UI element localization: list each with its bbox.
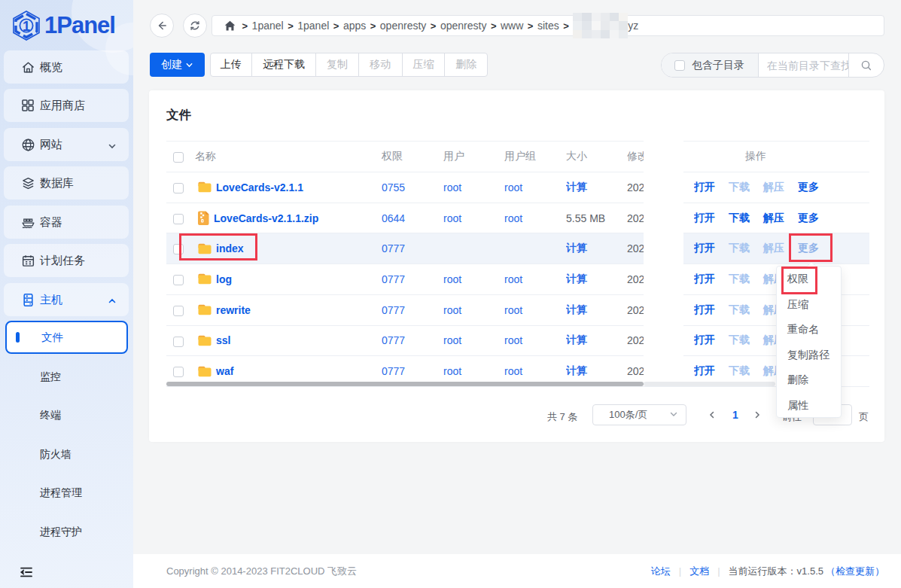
user-link[interactable]: root [443, 334, 461, 346]
remote-download-button[interactable]: 远程下载 [251, 53, 316, 76]
collapse-sidebar-icon[interactable] [19, 565, 34, 580]
permission-link[interactable]: 0644 [382, 212, 405, 224]
more-link-active[interactable]: 更多 [798, 242, 819, 255]
file-name-link[interactable]: index [216, 242, 244, 254]
sidebar-item-container[interactable]: 容器 [4, 206, 129, 239]
download-link[interactable]: 下载 [729, 303, 750, 317]
select-all-checkbox[interactable] [173, 152, 184, 163]
calculate-size-link[interactable]: 计算 [566, 334, 587, 346]
file-name-link[interactable]: waf [216, 365, 233, 377]
file-name-link[interactable]: LoveCards-v2.1.1 [216, 181, 303, 193]
page-number-current[interactable]: 1 [726, 407, 744, 423]
more-link[interactable]: 更多 [798, 181, 819, 194]
download-link[interactable]: 下载 [729, 273, 750, 286]
breadcrumb-item[interactable]: www [501, 20, 523, 32]
permission-link[interactable]: 0777 [382, 273, 405, 285]
calculate-size-link[interactable]: 计算 [566, 273, 587, 285]
row-checkbox[interactable] [173, 214, 184, 224]
group-link[interactable]: root [504, 304, 522, 316]
row-checkbox[interactable] [173, 367, 184, 377]
calculate-size-link[interactable]: 计算 [566, 181, 587, 193]
open-link[interactable]: 打开 [694, 212, 715, 225]
column-header-name[interactable]: 名称 [195, 142, 382, 172]
back-button[interactable] [150, 14, 174, 38]
file-name-link[interactable]: ssl [216, 334, 230, 346]
compress-button[interactable]: 压缩 [402, 53, 445, 76]
group-link[interactable]: root [504, 334, 522, 346]
user-link[interactable]: root [443, 212, 461, 224]
search-button[interactable] [848, 53, 884, 77]
menu-item-permission[interactable]: 权限 [777, 267, 841, 292]
permission-link[interactable]: 0777 [382, 334, 405, 346]
hscrollbar-thumb[interactable] [166, 382, 644, 386]
sidebar-item-appstore[interactable]: 应用商店 [4, 89, 129, 122]
open-link[interactable]: 打开 [694, 242, 715, 255]
brand-logo[interactable]: 1 1Panel [11, 10, 115, 41]
open-link[interactable]: 打开 [694, 364, 715, 378]
sidebar-item-process-guard[interactable]: 进程守护 [40, 526, 82, 538]
permission-link[interactable]: 0777 [382, 242, 405, 254]
row-checkbox[interactable] [173, 337, 184, 347]
menu-item-compress[interactable]: 压缩 [777, 292, 841, 318]
user-link[interactable]: root [443, 365, 461, 377]
row-checkbox[interactable] [173, 306, 184, 316]
user-link[interactable]: root [443, 273, 461, 285]
group-link[interactable]: root [504, 365, 522, 377]
file-name-link[interactable]: log [216, 273, 232, 285]
sidebar-item-monitor[interactable]: 监控 [40, 370, 61, 382]
user-link[interactable]: root [443, 181, 461, 193]
breadcrumb-item[interactable]: openresty [380, 20, 426, 32]
permission-link[interactable]: 0777 [382, 304, 405, 316]
move-button[interactable]: 移动 [358, 53, 402, 76]
download-link[interactable]: 下载 [729, 334, 750, 347]
sidebar-item-database[interactable]: 数据库 [4, 166, 129, 200]
group-link[interactable]: root [504, 273, 522, 285]
calculate-size-link[interactable]: 计算 [566, 303, 587, 315]
more-link[interactable]: 更多 [798, 212, 819, 225]
unzip-link[interactable]: 解压 [763, 181, 784, 194]
group-link[interactable]: root [504, 212, 522, 224]
include-subdir-option[interactable]: 包含子目录 [662, 53, 759, 77]
permission-link[interactable]: 0755 [382, 181, 405, 193]
calculate-size-link[interactable]: 计算 [566, 364, 587, 376]
upload-button[interactable]: 上传 [211, 53, 251, 76]
open-link[interactable]: 打开 [694, 181, 715, 194]
row-checkbox[interactable] [173, 183, 184, 193]
calculate-size-link[interactable]: 计算 [566, 242, 587, 254]
docs-link[interactable]: 文档 [689, 565, 709, 578]
breadcrumb-item[interactable]: openresty [440, 20, 486, 32]
sidebar-item-firewall[interactable]: 防火墙 [40, 448, 72, 460]
open-link[interactable]: 打开 [694, 334, 715, 347]
breadcrumb-item[interactable]: 1panel [297, 20, 329, 32]
copy-button[interactable]: 复制 [315, 53, 358, 76]
menu-item-copy-path[interactable]: 复制路径 [777, 343, 841, 368]
breadcrumb-item[interactable]: 1panel [252, 20, 284, 32]
menu-item-properties[interactable]: 属性 [777, 393, 841, 419]
next-page-button[interactable] [750, 407, 765, 423]
prev-page-button[interactable] [705, 407, 720, 423]
forum-link[interactable]: 论坛 [651, 565, 671, 578]
user-link[interactable]: root [443, 304, 461, 316]
refresh-button[interactable] [183, 14, 207, 38]
menu-item-rename[interactable]: 重命名 [777, 317, 841, 343]
download-link[interactable]: 下载 [729, 364, 750, 378]
open-link[interactable]: 打开 [694, 273, 715, 286]
check-update-link[interactable]: （检查更新） [826, 565, 884, 578]
unzip-link[interactable]: 解压 [763, 212, 784, 225]
delete-button[interactable]: 删除 [444, 53, 487, 76]
include-subdir-checkbox[interactable] [674, 60, 685, 71]
open-link[interactable]: 打开 [694, 303, 715, 317]
sidebar-item-overview[interactable]: 概览 [4, 50, 129, 84]
row-checkbox[interactable] [173, 244, 184, 254]
create-button[interactable]: 创建 [150, 53, 205, 77]
menu-item-delete[interactable]: 删除 [777, 367, 841, 393]
search-input[interactable] [759, 53, 848, 77]
sidebar-item-files[interactable]: 文件 [5, 321, 128, 354]
sidebar-item-host[interactable]: 主机 [4, 283, 129, 316]
sidebar-item-website[interactable]: 网站 [4, 128, 129, 161]
row-checkbox[interactable] [173, 275, 184, 285]
file-name-link[interactable]: rewrite [216, 304, 251, 316]
file-name-link[interactable]: LoveCards-v2.1.1.zip [214, 212, 318, 224]
permission-link[interactable]: 0777 [382, 365, 405, 377]
breadcrumb-item[interactable]: apps [343, 20, 366, 32]
